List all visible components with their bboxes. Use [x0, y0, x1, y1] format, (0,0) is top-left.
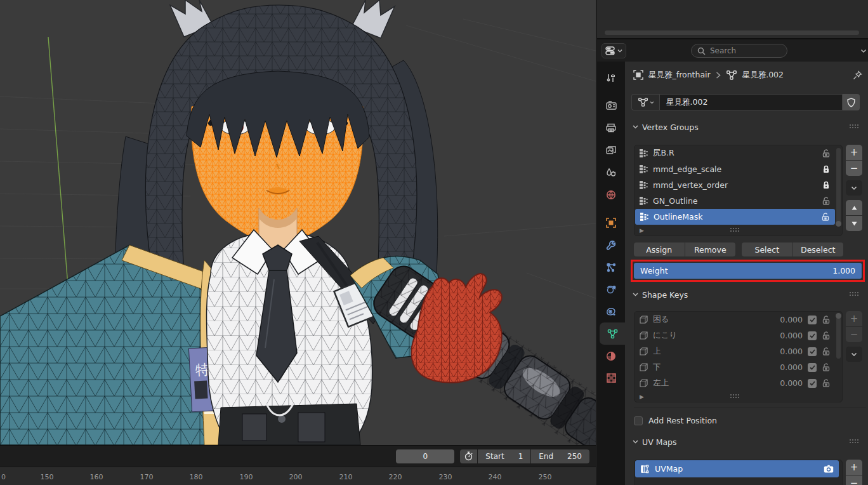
- vertex-group-row[interactable]: 尻B.R: [635, 145, 836, 161]
- shape-key-name: にこり: [653, 330, 677, 341]
- fake-user-button[interactable]: [843, 94, 860, 110]
- tab-world[interactable]: [597, 183, 625, 206]
- tab-physics[interactable]: [597, 278, 625, 300]
- tab-object-data[interactable]: [600, 322, 625, 345]
- pin-icon[interactable]: [853, 70, 862, 80]
- weight-slider[interactable]: Weight 1.000: [634, 263, 862, 279]
- shape-key-row[interactable]: にこり 0.000: [635, 328, 836, 343]
- assign-button[interactable]: Assign: [634, 242, 685, 256]
- tab-scene[interactable]: [597, 161, 625, 183]
- remove-uv-map-button[interactable]: −: [846, 475, 862, 485]
- shape-key-value[interactable]: 0.000: [773, 378, 803, 388]
- list-scrollbar[interactable]: [836, 314, 841, 359]
- list-resize-grip[interactable]: [730, 228, 740, 233]
- tab-tool[interactable]: [597, 67, 625, 89]
- vertex-group-row[interactable]: mmd_vertex_order: [635, 177, 836, 193]
- shape-key-value[interactable]: 0.000: [773, 331, 803, 340]
- vertex-group-operations: Assign Remove Select Deselect: [634, 242, 843, 256]
- search-placeholder: Search: [710, 46, 736, 55]
- lock-open-icon[interactable]: [821, 213, 830, 221]
- tab-particles[interactable]: [597, 256, 625, 278]
- panel-drag-handle[interactable]: [850, 124, 860, 130]
- tab-object[interactable]: [597, 211, 625, 234]
- frame-end-field[interactable]: End 250: [531, 449, 589, 463]
- add-vertex-group-button[interactable]: +: [846, 145, 862, 160]
- shape-key-checkbox[interactable]: [808, 363, 817, 372]
- shape-key-value[interactable]: 0.000: [773, 347, 803, 356]
- breadcrumb-object-name[interactable]: 星見雅_fronthair: [648, 70, 711, 81]
- lock-open-icon[interactable]: [822, 316, 831, 324]
- tab-modifiers[interactable]: [597, 234, 625, 256]
- shape-key-value[interactable]: 0.000: [773, 362, 803, 372]
- move-group-up-button[interactable]: [846, 200, 862, 215]
- uv-map-row-partial[interactable]: [635, 477, 839, 482]
- data-name-field[interactable]: 星見雅.002: [631, 94, 860, 110]
- list-resize-grip[interactable]: [730, 394, 740, 399]
- tab-constraints[interactable]: [597, 300, 625, 322]
- camera-icon[interactable]: [824, 465, 834, 473]
- vertex-groups-header[interactable]: Vertex Groups: [625, 119, 866, 135]
- lock-open-icon[interactable]: [822, 379, 831, 387]
- uv-map-row-selected[interactable]: UVMap: [635, 460, 839, 477]
- chevron-down-icon: [617, 49, 622, 53]
- list-expander-icon[interactable]: ▶: [640, 394, 644, 400]
- editor-type-button[interactable]: [602, 43, 626, 58]
- remove-button[interactable]: Remove: [685, 242, 736, 256]
- horizontal-scrollbar[interactable]: [605, 30, 859, 35]
- properties-tab-bar: [597, 62, 625, 485]
- vertex-group-row-selected[interactable]: OutlineMask: [635, 209, 835, 225]
- vertex-group-row[interactable]: GN_Outline: [635, 193, 836, 209]
- uv-maps-header[interactable]: UV Maps: [625, 434, 866, 449]
- header-menu-chevron-icon[interactable]: [860, 49, 867, 53]
- tab-texture[interactable]: [597, 367, 625, 389]
- select-button[interactable]: Select: [742, 242, 792, 256]
- vertex-group-specials-button[interactable]: [846, 180, 862, 196]
- lock-closed-icon[interactable]: [822, 165, 831, 173]
- shape-key-checkbox[interactable]: [808, 379, 817, 388]
- shape-key-value[interactable]: 0.000: [773, 315, 803, 324]
- shape-key-row[interactable]: 左上 0.000: [635, 375, 836, 391]
- add-rest-position-checkbox[interactable]: [634, 416, 643, 425]
- shape-key-checkbox[interactable]: [808, 316, 817, 324]
- tab-output[interactable]: [597, 117, 625, 139]
- list-scrollbar[interactable]: [836, 148, 841, 225]
- remove-shape-key-button[interactable]: −: [846, 327, 862, 342]
- shape-key-specials-button[interactable]: [846, 347, 862, 362]
- shape-key-row[interactable]: 下 0.000: [635, 359, 836, 375]
- tab-material[interactable]: [597, 345, 625, 367]
- shape-key-name: 左上: [653, 378, 669, 389]
- id-type-dropdown[interactable]: [631, 94, 659, 110]
- add-shape-key-button[interactable]: +: [846, 311, 862, 326]
- lock-open-icon[interactable]: [822, 149, 831, 157]
- deselect-button[interactable]: Deselect: [793, 242, 844, 256]
- remove-vertex-group-button[interactable]: −: [846, 161, 862, 176]
- shape-keys-header[interactable]: Shape Keys: [625, 287, 866, 302]
- frame-start-field[interactable]: Start 1: [478, 449, 530, 463]
- vertex-group-row[interactable]: mmd_edge_scale: [635, 161, 836, 177]
- current-frame-field[interactable]: 0: [396, 449, 454, 463]
- add-uv-map-button[interactable]: +: [846, 460, 862, 475]
- move-group-down-button[interactable]: [846, 216, 862, 231]
- list-expander-icon[interactable]: ▶: [640, 227, 644, 234]
- shape-key-icon: [640, 347, 648, 355]
- data-name-input[interactable]: 星見雅.002: [659, 94, 843, 110]
- shape-key-checkbox[interactable]: [808, 347, 817, 356]
- shape-key-row[interactable]: 困る 0.000: [635, 312, 836, 328]
- tab-render[interactable]: [597, 95, 625, 117]
- viewport-3d[interactable]: 特: [0, 0, 596, 445]
- panel-drag-handle[interactable]: [850, 292, 860, 297]
- shape-key-row[interactable]: 上 0.000: [635, 343, 836, 359]
- breadcrumb-data-name[interactable]: 星見雅.002: [742, 70, 784, 81]
- lock-open-icon[interactable]: [822, 363, 831, 371]
- use-preview-range-button[interactable]: [460, 449, 477, 463]
- lock-open-icon[interactable]: [822, 197, 831, 205]
- timeline-ruler[interactable]: 0 150 160 170 180 190 200 210 220 230 24…: [0, 467, 596, 485]
- tab-view-layer[interactable]: [597, 139, 625, 161]
- lock-closed-icon[interactable]: [822, 181, 831, 189]
- viewport-canvas[interactable]: 特: [0, 0, 596, 445]
- panel-drag-handle[interactable]: [850, 439, 860, 444]
- search-input[interactable]: Search: [691, 44, 787, 58]
- lock-open-icon[interactable]: [822, 331, 831, 340]
- lock-open-icon[interactable]: [822, 347, 831, 355]
- shape-key-checkbox[interactable]: [808, 331, 817, 340]
